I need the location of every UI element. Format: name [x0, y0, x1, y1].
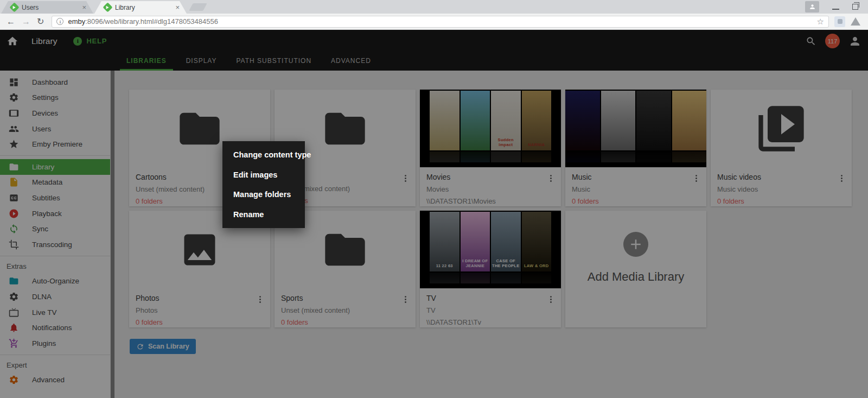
emby-favicon [103, 2, 112, 12]
window-controls [805, 0, 858, 14]
tab-close-icon[interactable]: × [174, 3, 181, 11]
browser-toolbar: ← → ↻ i emby:8096/web/library.html#dlg14… [0, 14, 868, 30]
back-button[interactable]: ← [3, 16, 18, 27]
browser-profile-button[interactable] [805, 1, 819, 12]
emby-favicon [9, 2, 19, 12]
browser-tab-title: Users [22, 4, 76, 11]
page-info-icon[interactable]: i [56, 18, 63, 25]
new-tab-button[interactable] [189, 3, 207, 11]
emby-app: Library i HELP 117 LIBRARIES DISPLAY PAT… [0, 30, 868, 398]
url-path: :8096/web/library.html#dlg1478053484556 [85, 17, 218, 26]
browser-tab-strip: Users × Library × [0, 0, 868, 14]
library-context-menu: Change content type Edit images Manage f… [222, 141, 305, 228]
tab-close-icon[interactable]: × [80, 3, 88, 11]
restore-button[interactable] [852, 4, 858, 10]
extension-icon[interactable] [834, 16, 845, 27]
reload-button[interactable]: ↻ [34, 16, 47, 27]
minimize-button[interactable] [832, 9, 839, 10]
browser-tab-library[interactable]: Library × [94, 1, 187, 14]
dialog-backdrop[interactable] [0, 30, 868, 398]
forward-button[interactable]: → [18, 16, 34, 27]
menu-item-change-content-type[interactable]: Change content type [222, 145, 305, 165]
menu-item-edit-images[interactable]: Edit images [222, 165, 305, 185]
url-host: emby [68, 17, 85, 26]
browser-tab-users[interactable]: Users × [1, 1, 93, 14]
menu-item-rename[interactable]: Rename [222, 205, 305, 225]
menu-item-manage-folders[interactable]: Manage folders [222, 185, 305, 205]
url-text: emby:8096/web/library.html#dlg1478053484… [68, 17, 812, 26]
address-bar[interactable]: i emby:8096/web/library.html#dlg14780534… [52, 16, 829, 28]
extension-drive-icon[interactable] [851, 17, 860, 26]
person-icon [809, 3, 816, 10]
browser-tab-title: Library [115, 4, 170, 11]
bookmark-star-icon[interactable]: ☆ [817, 17, 824, 26]
